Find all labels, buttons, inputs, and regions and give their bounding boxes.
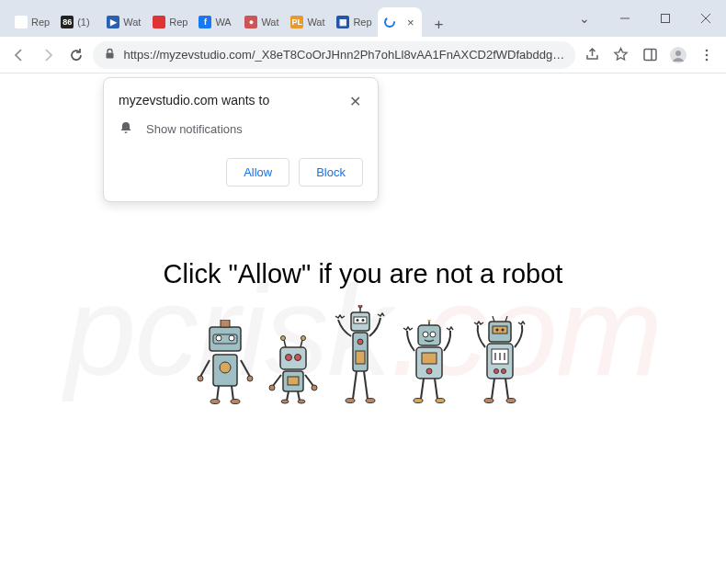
- svg-rect-46: [354, 317, 367, 323]
- forward-button[interactable]: [36, 41, 59, 69]
- share-icon[interactable]: [581, 41, 604, 69]
- back-button[interactable]: [7, 41, 30, 69]
- robot-4-icon: [402, 320, 457, 404]
- svg-rect-2: [662, 15, 670, 23]
- star-icon[interactable]: [609, 41, 632, 69]
- allow-button[interactable]: Allow: [226, 158, 289, 187]
- svg-point-19: [220, 362, 231, 373]
- pl-icon: PL: [290, 16, 303, 28]
- svg-point-60: [430, 332, 436, 337]
- reload-button[interactable]: [64, 41, 87, 69]
- red-dot-icon: [153, 16, 165, 28]
- svg-point-12: [706, 58, 709, 61]
- robot-5-icon: [471, 316, 529, 404]
- svg-rect-17: [221, 320, 230, 327]
- svg-point-86: [506, 399, 516, 403]
- robots-illustration: [197, 305, 529, 404]
- window-controls: ⌄: [564, 3, 726, 34]
- tab-1[interactable]: 86(1): [55, 7, 101, 37]
- svg-line-37: [273, 375, 281, 386]
- spinner-icon: [383, 16, 396, 28]
- maximize-button[interactable]: [645, 3, 686, 34]
- svg-line-67: [435, 379, 437, 399]
- close-icon[interactable]: ×: [405, 16, 416, 29]
- tab-0[interactable]: GRep: [9, 7, 55, 37]
- robot-2-icon: [267, 334, 319, 404]
- svg-rect-5: [107, 52, 114, 58]
- active-tab[interactable]: ×: [378, 7, 422, 37]
- tab-strip: GRep86(1)▶WatRepfWA●WatPLWat▦Rep × +: [0, 0, 564, 37]
- tab-label: Wat: [307, 17, 325, 28]
- svg-point-50: [358, 305, 362, 308]
- svg-point-48: [362, 319, 365, 322]
- tab-2[interactable]: ▶Wat: [101, 7, 147, 37]
- svg-rect-53: [356, 351, 365, 364]
- svg-line-83: [492, 379, 494, 399]
- tab-label: Wat: [123, 17, 142, 28]
- svg-point-62: [427, 320, 431, 322]
- bell-icon: [119, 120, 133, 138]
- robot-3-icon: [333, 305, 388, 404]
- svg-rect-36: [288, 377, 299, 385]
- svg-line-20: [200, 360, 210, 377]
- profile-icon[interactable]: [667, 41, 690, 69]
- window-titlebar: GRep86(1)▶WatRepfWA●WatPLWat▦Rep × + ⌄: [0, 0, 726, 37]
- svg-point-27: [231, 400, 240, 404]
- lock-icon: [104, 48, 116, 62]
- permission-title: myzevstudio.com wants to: [119, 93, 269, 107]
- svg-line-74: [493, 316, 494, 322]
- svg-line-33: [301, 340, 302, 347]
- tab-4[interactable]: fWA: [193, 7, 239, 37]
- svg-point-44: [298, 400, 305, 403]
- svg-point-47: [357, 319, 359, 322]
- new-tab-button[interactable]: +: [427, 13, 451, 37]
- svg-line-54: [353, 371, 357, 399]
- svg-point-11: [706, 53, 709, 56]
- tab-label: Rep: [169, 17, 187, 28]
- svg-point-43: [281, 400, 289, 403]
- svg-point-81: [494, 369, 499, 374]
- play-icon: ▶: [107, 16, 119, 28]
- svg-line-24: [217, 386, 219, 401]
- tab-3[interactable]: Rep: [147, 7, 193, 37]
- svg-point-26: [210, 400, 220, 404]
- tab-label: Wat: [261, 17, 279, 28]
- svg-point-34: [301, 336, 306, 341]
- svg-point-14: [216, 335, 221, 341]
- svg-rect-28: [280, 347, 306, 369]
- svg-rect-58: [418, 325, 440, 345]
- svg-rect-13: [210, 327, 241, 351]
- facebook-icon: f: [199, 16, 211, 28]
- address-bar[interactable]: https://myzevstudio.com/_X8eT8CoOrJHnn2P…: [93, 41, 575, 69]
- svg-rect-6: [644, 50, 656, 61]
- svg-rect-64: [422, 353, 437, 364]
- svg-point-69: [436, 399, 445, 403]
- svg-line-25: [232, 386, 233, 401]
- minimize-button[interactable]: [605, 3, 645, 34]
- svg-line-21: [241, 360, 250, 377]
- chevron-down-icon[interactable]: ⌄: [564, 3, 605, 34]
- tab-6[interactable]: PLWat: [285, 7, 331, 37]
- menu-icon[interactable]: [696, 41, 719, 69]
- side-panel-icon[interactable]: [639, 41, 662, 69]
- close-icon[interactable]: ✕: [347, 93, 363, 110]
- permission-item: Show notifications: [146, 122, 243, 136]
- svg-line-31: [284, 340, 286, 347]
- tab-7[interactable]: ▦Rep: [331, 7, 377, 37]
- tab-5[interactable]: ●Wat: [239, 7, 285, 37]
- svg-point-68: [414, 399, 423, 403]
- svg-point-9: [675, 51, 681, 56]
- svg-line-66: [421, 379, 424, 399]
- robot-1-icon: [197, 320, 254, 404]
- block-button[interactable]: Block: [299, 158, 363, 187]
- notification-permission-dialog: myzevstudio.com wants to ✕ Show notifica…: [103, 77, 379, 202]
- svg-point-72: [495, 328, 498, 331]
- tab-label: Rep: [353, 17, 371, 28]
- svg-point-23: [247, 376, 253, 381]
- svg-line-39: [305, 375, 313, 386]
- svg-point-59: [423, 332, 428, 337]
- close-window-button[interactable]: [686, 3, 726, 34]
- browser-toolbar: https://myzevstudio.com/_X8eT8CoOrJHnn2P…: [0, 37, 726, 74]
- google-icon: G: [15, 16, 28, 28]
- svg-line-75: [505, 316, 507, 322]
